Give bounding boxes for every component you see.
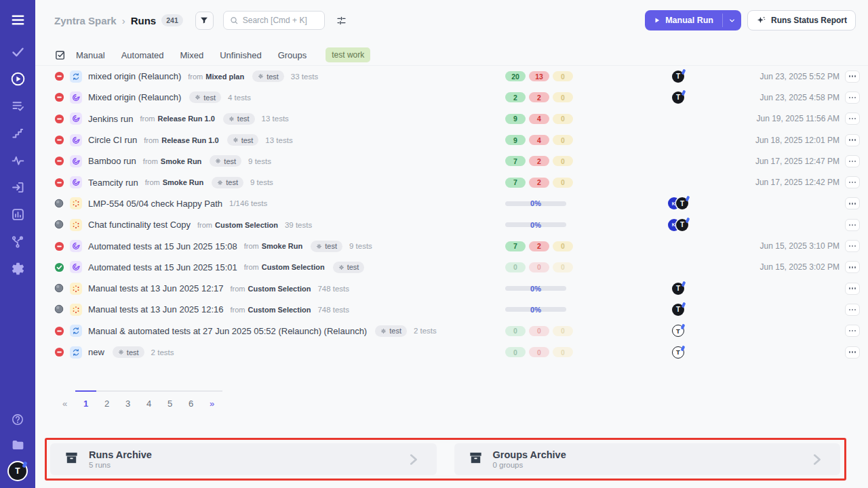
runs-status-report-button[interactable]: Runs Status Report [747, 10, 856, 30]
milestones-steps-icon[interactable] [9, 125, 26, 142]
run-name[interactable]: LMP-554 05/04 check Happy Path [88, 199, 222, 209]
projects-folder-icon[interactable] [9, 436, 26, 453]
pagination-prev[interactable]: « [54, 390, 75, 409]
run-row[interactable]: Teamcity runfromSmoke Runtest9 tests720J… [35, 171, 868, 192]
run-name[interactable]: Automated tests at 15 Jun 2025 15:01 [88, 262, 237, 272]
tests-count: 13 tests [265, 136, 292, 144]
row-menu-button[interactable] [845, 113, 860, 125]
run-name[interactable]: Mixed origin (Relaunch) [88, 92, 181, 102]
pagination-page-1[interactable]: 1 [75, 390, 96, 409]
tab-unfinished[interactable]: Unfinished [220, 50, 261, 60]
row-menu-button[interactable] [845, 70, 860, 83]
analytics-chart-icon[interactable] [9, 206, 26, 223]
manual-run-dropdown[interactable] [723, 10, 741, 30]
run-name[interactable]: Manual tests at 13 Jun 2025 12:16 [88, 304, 223, 314]
runs-archive-card[interactable]: Runs Archive5 runs [50, 443, 437, 475]
test-tag-pill[interactable]: test [252, 70, 284, 82]
run-name[interactable]: mixed origin (Relaunch) [88, 71, 181, 81]
test-plans-icon[interactable] [9, 98, 26, 115]
view-settings-icon[interactable] [333, 12, 351, 29]
tab-groups[interactable]: Groups [278, 50, 307, 60]
row-menu-button[interactable] [845, 240, 860, 252]
run-row[interactable]: Jenkins runfromRelease Run 1.0test13 tes… [35, 108, 868, 129]
test-tag-pill[interactable]: test [113, 346, 144, 358]
pagination-page-3[interactable]: 3 [117, 390, 138, 409]
run-name[interactable]: new [88, 347, 104, 357]
tag-label: test [224, 157, 236, 165]
select-all-icon[interactable] [54, 49, 66, 61]
test-tag-pill[interactable]: test [227, 134, 259, 146]
tab-manual[interactable]: Manual [76, 50, 105, 60]
help-icon[interactable] [9, 411, 26, 428]
run-row[interactable]: Circle CI runfromRelease Run 1.0test13 t… [35, 129, 868, 150]
shared-steps-enter-icon[interactable] [9, 179, 26, 196]
row-menu-button[interactable] [845, 155, 860, 167]
row-menu-button[interactable] [845, 283, 860, 295]
row-menu-button[interactable] [845, 134, 860, 146]
runs-play-icon[interactable] [9, 70, 26, 87]
status-aborted-icon [54, 92, 64, 102]
run-name[interactable]: Manual & automated tests at 27 Jun 2025 … [88, 326, 367, 336]
row-menu-button[interactable] [845, 304, 860, 316]
pagination-page-6[interactable]: 6 [180, 390, 201, 409]
workflows-branch-icon[interactable] [9, 233, 26, 250]
run-row[interactable]: Automated tests at 15 Jun 2025 15:01from… [35, 257, 868, 278]
test-tag-pill[interactable]: test [210, 155, 241, 167]
run-row[interactable]: Mixed origin (Relaunch)test4 tests220TJu… [35, 87, 868, 108]
test-tag-pill[interactable]: test [212, 177, 243, 188]
manual-run-button[interactable]: Manual Run [645, 10, 741, 30]
groups-archive-card[interactable]: Groups Archive0 groups [454, 443, 841, 475]
test-tag-pill[interactable]: test [189, 92, 221, 103]
row-menu-button[interactable] [845, 197, 860, 209]
pagination-page-5[interactable]: 5 [159, 390, 180, 409]
run-name[interactable]: Teamcity run [88, 178, 138, 188]
pagination-next[interactable]: » [201, 390, 222, 409]
tab-automated[interactable]: Automated [121, 50, 164, 60]
filter-button[interactable] [195, 12, 214, 30]
avatar-accent [685, 217, 690, 223]
run-name[interactable]: Automated tests at 15 Jun 2025 15:08 [88, 241, 237, 251]
run-row[interactable]: Manual & automated tests at 27 Jun 2025 … [35, 321, 868, 342]
run-row[interactable]: LMP-554 05/04 check Happy Path1/146 test… [35, 193, 868, 214]
run-row[interactable]: newtest2 tests000T [35, 342, 868, 363]
archive-subtitle: 0 groups [493, 461, 566, 469]
activity-pulse-icon[interactable] [9, 152, 26, 169]
run-name[interactable]: Chat functinality test Copy [88, 220, 191, 230]
run-name[interactable]: Jenkins run [88, 114, 133, 124]
test-tag-pill[interactable]: test [333, 262, 365, 273]
row-menu-button[interactable] [845, 92, 860, 104]
test-tag-pill[interactable]: test [311, 241, 342, 252]
pagination-page-2[interactable]: 2 [96, 390, 117, 409]
run-name[interactable]: Circle CI run [88, 135, 137, 145]
tests-check-icon[interactable] [9, 43, 26, 60]
run-source: Custom Selection [248, 285, 311, 293]
user-avatar[interactable]: T [9, 462, 26, 480]
automated-run-icon [70, 92, 82, 104]
run-row[interactable]: Manual tests at 13 Jun 2025 12:16fromCus… [35, 299, 868, 320]
row-menu-button[interactable] [845, 346, 860, 359]
breadcrumb-project[interactable]: Zyntra Spark [54, 15, 117, 26]
test-tag-pill[interactable]: test [375, 325, 407, 337]
result-counts: 720 [505, 241, 607, 251]
search-box[interactable] [223, 11, 325, 30]
tag-filter-pill[interactable]: test work [326, 47, 370, 62]
settings-gear-icon[interactable] [9, 260, 26, 277]
test-tag-pill[interactable]: test [223, 113, 255, 125]
run-row[interactable]: Manual tests at 13 Jun 2025 12:17fromCus… [35, 278, 868, 299]
search-icon [230, 16, 239, 25]
row-menu-button[interactable] [845, 219, 860, 231]
row-menu-button[interactable] [845, 325, 860, 337]
progress-indicator: 0% [505, 199, 566, 209]
row-menu-button[interactable] [845, 176, 860, 188]
run-row[interactable]: Bamboo runfromSmoke Runtest9 tests720Jun… [35, 150, 868, 171]
run-name[interactable]: Bamboo run [88, 156, 136, 166]
pagination-page-4[interactable]: 4 [138, 390, 159, 409]
run-row[interactable]: Chat functinality test CopyfromCustom Se… [35, 214, 868, 235]
row-menu-button[interactable] [845, 261, 860, 273]
menu-icon[interactable] [9, 11, 26, 28]
run-row[interactable]: Automated tests at 15 Jun 2025 15:08from… [35, 235, 868, 256]
tab-mixed[interactable]: Mixed [180, 50, 204, 60]
run-row[interactable]: mixed origin (Relaunch)fromMixed plantes… [35, 66, 868, 87]
search-input[interactable] [243, 16, 317, 25]
run-name[interactable]: Manual tests at 13 Jun 2025 12:17 [88, 283, 223, 293]
